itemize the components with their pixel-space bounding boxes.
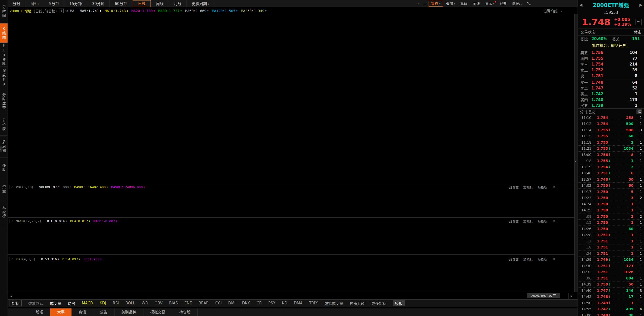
- trade-detail-button[interactable]: 详: [636, 109, 642, 114]
- period-tab-5day[interactable]: 5日▾: [25, 0, 44, 7]
- indicator-tab-恢复默认[interactable]: 恢复默认: [28, 301, 43, 306]
- chart-vertical-scrollbar[interactable]: ▸: [574, 14, 578, 292]
- indicator-tab-WR[interactable]: WR: [142, 301, 148, 305]
- indicator-tab-神奇九转[interactable]: 神奇九转: [350, 301, 365, 306]
- ma-settings-button[interactable]: 设置均线 ▾: [543, 8, 562, 13]
- indicator-tab-PSY[interactable]: PSY: [268, 301, 275, 305]
- hide-button[interactable]: 隐藏▸▸: [510, 1, 524, 6]
- gear-icon[interactable]: ⚙: [65, 9, 68, 13]
- period-tab-more-periods[interactable]: 更多周期▾: [187, 0, 214, 7]
- bottom-tab-paper-trading[interactable]: 模拟交易: [143, 308, 172, 316]
- bottom-tab-guba[interactable]: 股吧: [29, 308, 50, 316]
- period-tab-monthly[interactable]: 月线: [169, 0, 187, 7]
- pane-action-0[interactable]: 改参数: [509, 219, 519, 224]
- period-tab-5min[interactable]: 5分钟: [44, 0, 64, 7]
- period-tab-daily[interactable]: 日线: [133, 0, 151, 7]
- indicator-tab-DMI[interactable]: DMI: [228, 301, 236, 305]
- sidebar-item-timeshare-chart[interactable]: 分时图: [0, 0, 8, 23]
- next-stock-arrow[interactable]: ▶: [639, 3, 642, 7]
- order-book-row[interactable]: 卖三1.754214: [578, 61, 644, 67]
- open-account-ad-link[interactable]: 抓住机会，即刻开户！: [592, 43, 630, 48]
- prev-stock-arrow[interactable]: ◀: [579, 3, 582, 7]
- indicator-tab-CCI[interactable]: CCI: [215, 301, 221, 305]
- zoom-out-button[interactable]: −: [422, 1, 428, 6]
- indicator-tab-均线[interactable]: 均线: [68, 301, 75, 306]
- pane-action-2[interactable]: 换指标: [538, 185, 547, 189]
- bottom-tab-news[interactable]: 资讯: [72, 308, 93, 316]
- indicator-tab-BIAS[interactable]: BIAS: [169, 301, 178, 305]
- indicator-tab-MACD[interactable]: MACD: [82, 301, 93, 305]
- order-book-row[interactable]: 卖一1.7518: [578, 73, 644, 79]
- help-icon[interactable]: ?: [59, 9, 64, 13]
- bottom-tab-related[interactable]: 关联品种: [115, 308, 143, 316]
- bottom-tab-events[interactable]: 大事: [50, 308, 72, 316]
- indicator-tab-更多指标[interactable]: 更多指标: [371, 301, 387, 306]
- pane-action-1[interactable]: 加指标: [523, 257, 533, 262]
- sidebar-item-funds[interactable]: 资金: [0, 178, 8, 200]
- pane-action-2[interactable]: 换指标: [538, 219, 547, 224]
- indicator-tab-KDJ[interactable]: KDJ: [100, 301, 106, 305]
- indicator-tab-KD[interactable]: KD: [282, 301, 287, 305]
- sidebar-item-kline-chart[interactable]: K线图: [0, 23, 8, 43]
- indicator-tab-TRIX[interactable]: TRIX: [309, 301, 318, 305]
- indicator-tab-OBV[interactable]: OBV: [155, 301, 163, 305]
- pane-action-0[interactable]: 改参数: [509, 257, 519, 262]
- chart-canvas[interactable]: [0, 0, 644, 316]
- pane-action-0[interactable]: 改参数: [509, 185, 519, 189]
- sidebar-collapse-handle[interactable]: ▸: [0, 146, 2, 152]
- sidebar-item-tick-trades[interactable]: 分时成交: [0, 89, 8, 114]
- order-book-row[interactable]: 卖五1.756104: [578, 50, 644, 55]
- close-pane-button[interactable]: ×: [552, 219, 556, 223]
- indicator-tab-CR[interactable]: CR: [256, 301, 262, 305]
- fullscreen-icon[interactable]: [527, 2, 531, 6]
- order-book-row[interactable]: 卖二1.75239: [578, 67, 644, 73]
- classic-button[interactable]: 经典: [497, 1, 509, 6]
- display-button[interactable]: 显示▾: [483, 1, 497, 6]
- zoom-in-button[interactable]: +: [415, 1, 421, 6]
- indicator-tab-虚拟成交量[interactable]: 虚拟成交量: [324, 301, 343, 306]
- scroll-right-button[interactable]: »: [568, 293, 574, 299]
- indicator-tab-DKX[interactable]: DKX: [242, 301, 250, 305]
- bottom-tab-announcements[interactable]: 公告: [93, 308, 115, 316]
- pane-action-1[interactable]: 加指标: [523, 219, 533, 224]
- indicator-tab-ENE[interactable]: ENE: [184, 301, 192, 305]
- indicator-tab-模板[interactable]: 模板: [393, 300, 405, 306]
- indicator-tab-成交量[interactable]: 成交量: [50, 301, 61, 306]
- indicator-tab-DMA[interactable]: DMA: [294, 301, 302, 305]
- close-pane-button[interactable]: ×: [552, 185, 556, 189]
- sidebar-item-multi-stock[interactable]: 多股: [0, 157, 8, 178]
- sidebar-item-price-table[interactable]: 分价表: [0, 114, 8, 136]
- order-book-row[interactable]: 买三1.7421: [578, 91, 644, 97]
- help-icon[interactable]: ?: [10, 257, 14, 261]
- help-icon[interactable]: ?: [10, 185, 14, 189]
- sidebar-item-depth-f9[interactable]: 深度F9: [0, 67, 8, 89]
- order-book-row[interactable]: 买一1.74864: [578, 79, 644, 85]
- tick-trade-list[interactable]: 11:101.754258111:121.754500111:141.755↑5…: [578, 115, 644, 316]
- period-tab-60min[interactable]: 60分钟: [110, 0, 132, 7]
- indicator-tab-BRAR[interactable]: BRAR: [199, 301, 209, 305]
- help-icon[interactable]: ?: [10, 219, 14, 223]
- collapse-panel-button[interactable]: −: [635, 19, 641, 25]
- close-pane-button[interactable]: ×: [552, 257, 556, 261]
- indicator-tab-RSI[interactable]: RSI: [113, 301, 119, 305]
- bottom-tab-holdings[interactable]: 持仓股: [172, 308, 198, 316]
- period-tab-timeshare[interactable]: 分时: [8, 0, 25, 7]
- pane-action-2[interactable]: 换指标: [538, 257, 547, 262]
- draw-line-button[interactable]: 画线: [470, 1, 482, 6]
- period-tab-30min[interactable]: 30分钟: [87, 0, 110, 7]
- order-book-row[interactable]: 卖四1.75577: [578, 55, 644, 61]
- order-book-row[interactable]: 买四1.740173: [578, 97, 644, 103]
- order-book-row[interactable]: 买二1.74752: [578, 85, 644, 91]
- indicator-tab-BOLL[interactable]: BOLL: [125, 301, 135, 305]
- scroll-left-button[interactable]: «: [8, 293, 14, 299]
- chips-button[interactable]: 筹码: [458, 1, 470, 6]
- sidebar-item-dragon-tiger[interactable]: 龙虎榜: [0, 200, 8, 224]
- indicator-tab-指标[interactable]: 指标: [10, 300, 22, 306]
- pane-action-1[interactable]: 加指标: [523, 185, 533, 189]
- period-tab-weekly[interactable]: 周线: [151, 0, 169, 7]
- period-tab-15min[interactable]: 15分钟: [64, 0, 87, 7]
- adjust-button[interactable]: 复权▾: [429, 1, 443, 7]
- sidebar-item-f10-info[interactable]: F10资料: [0, 43, 8, 67]
- overlay-button[interactable]: 叠加▾: [444, 1, 458, 6]
- order-book-row[interactable]: 买五1.7391: [578, 103, 644, 108]
